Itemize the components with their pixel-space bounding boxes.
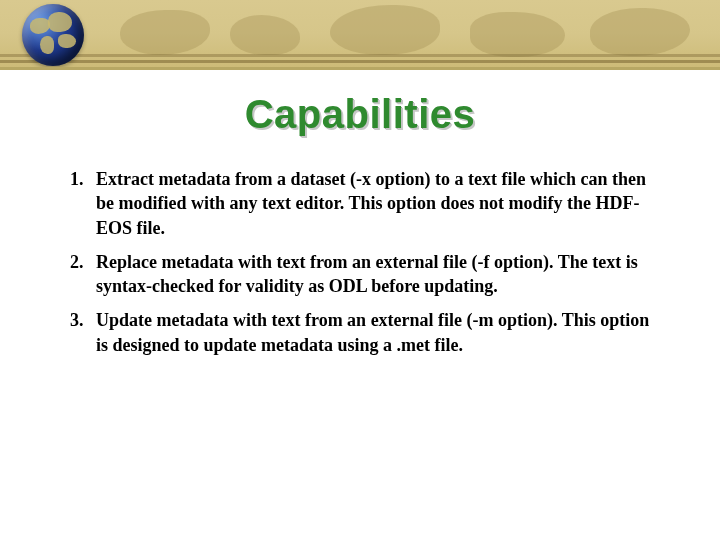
map-silhouette: [120, 10, 210, 55]
item-number: 3.: [70, 308, 96, 357]
banner: [0, 0, 720, 70]
globe-icon: [22, 4, 84, 66]
list-item: 1. Extract metadata from a dataset (-x o…: [70, 167, 650, 240]
item-number: 1.: [70, 167, 96, 240]
item-number: 2.: [70, 250, 96, 299]
list-item: 3. Update metadata with text from an ext…: [70, 308, 650, 357]
capabilities-list: 1. Extract metadata from a dataset (-x o…: [70, 167, 650, 357]
map-silhouette: [470, 12, 565, 57]
map-silhouette: [590, 8, 690, 56]
map-silhouette: [230, 15, 300, 55]
list-item: 2. Replace metadata with text from an ex…: [70, 250, 650, 299]
item-text: Replace metadata with text from an exter…: [96, 250, 650, 299]
item-text: Extract metadata from a dataset (-x opti…: [96, 167, 650, 240]
map-silhouette: [330, 5, 440, 55]
item-text: Update metadata with text from an extern…: [96, 308, 650, 357]
banner-stripe: [0, 60, 720, 63]
banner-stripe: [0, 54, 720, 57]
page-title: Capabilities: [0, 92, 720, 137]
